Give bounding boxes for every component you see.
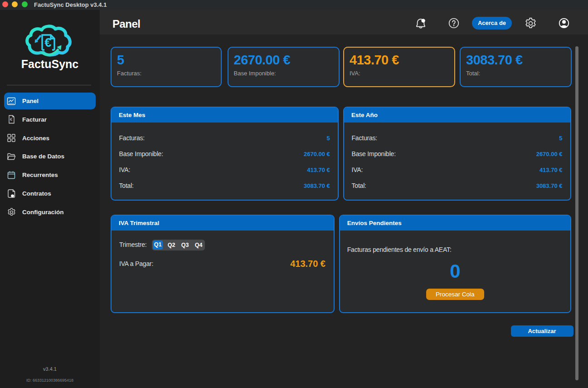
- svg-text:€: €: [44, 36, 51, 49]
- svg-text:€: €: [10, 117, 12, 122]
